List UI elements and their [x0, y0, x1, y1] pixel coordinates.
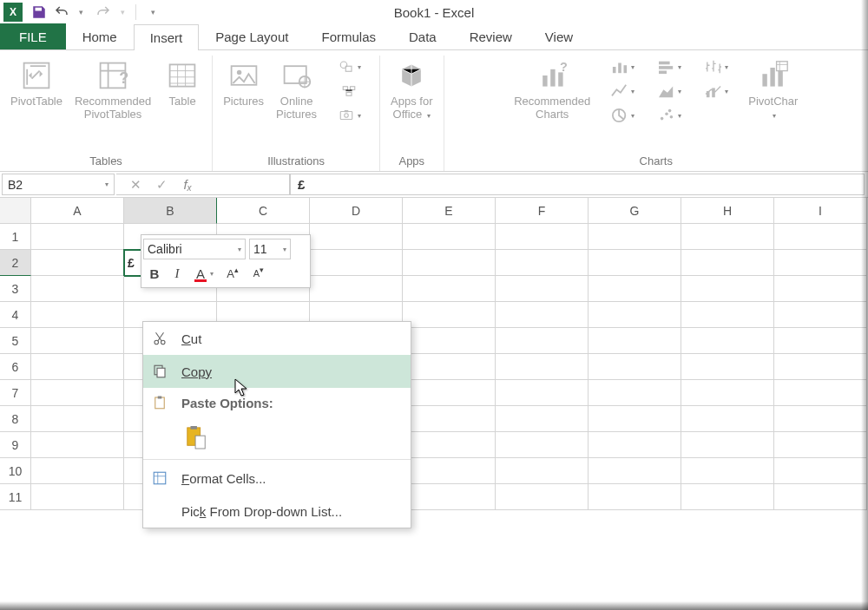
pivottable-button[interactable]: PivotTable [7, 56, 66, 110]
cell-I5[interactable] [774, 328, 867, 354]
redo-dropdown[interactable]: ▾ [111, 1, 134, 23]
cell-I8[interactable] [774, 406, 867, 432]
cell-E9[interactable] [403, 432, 496, 458]
cell-E2[interactable] [403, 250, 496, 276]
mini-italic-button[interactable]: I [166, 262, 188, 285]
radar-chart-button[interactable] [693, 104, 740, 127]
col-header-B[interactable]: B [124, 198, 217, 224]
cell-G10[interactable] [589, 458, 681, 484]
cell-H9[interactable] [681, 432, 774, 458]
tab-review[interactable]: Review [453, 23, 529, 49]
cell-H2[interactable] [681, 250, 774, 276]
cell-F2[interactable] [496, 250, 589, 276]
cell-A5[interactable] [31, 328, 124, 354]
cell-A2[interactable] [31, 250, 124, 276]
cell-E10[interactable] [403, 458, 496, 484]
cell-F7[interactable] [496, 380, 589, 406]
cell-G7[interactable] [589, 380, 681, 406]
cell-G2[interactable] [589, 250, 681, 276]
cell-H3[interactable] [681, 276, 774, 302]
cell-I2[interactable] [774, 250, 867, 276]
cell-H10[interactable] [681, 458, 774, 484]
cell-A9[interactable] [31, 432, 124, 458]
spreadsheet-grid[interactable]: A B C D E F G H I 1 2 £ 3 4 5 6 7 8 9 10… [0, 198, 868, 510]
cell-E1[interactable] [403, 224, 496, 250]
cell-G1[interactable] [589, 224, 681, 250]
cell-A8[interactable] [31, 406, 124, 432]
col-header-E[interactable]: E [403, 198, 496, 224]
cell-F11[interactable] [496, 484, 589, 510]
cell-F1[interactable] [496, 224, 589, 250]
col-header-H[interactable]: H [681, 198, 774, 224]
context-copy[interactable]: Copy [143, 355, 411, 388]
cell-G6[interactable] [589, 354, 681, 380]
area-chart-button[interactable]: ▾ [646, 80, 693, 102]
combo-chart-button[interactable]: ▾ [693, 80, 740, 102]
enter-icon[interactable]: ✓ [149, 177, 174, 193]
cell-E3[interactable] [403, 276, 496, 302]
cell-F8[interactable] [496, 406, 589, 432]
row-header-7[interactable]: 7 [0, 380, 31, 406]
cell-H4[interactable] [681, 302, 774, 328]
recommended-pivottables-button[interactable]: ? RecommendedPivotTables [71, 56, 155, 123]
recommended-charts-button[interactable]: ? RecommendedCharts [510, 56, 594, 123]
cell-H1[interactable] [681, 224, 774, 250]
paste-button[interactable] [181, 422, 211, 453]
cell-I9[interactable] [774, 432, 867, 458]
cell-I11[interactable] [774, 484, 867, 510]
cell-I7[interactable] [774, 380, 867, 406]
cell-I6[interactable] [774, 354, 867, 380]
col-header-G[interactable]: G [589, 198, 681, 224]
cell-H5[interactable] [681, 328, 774, 354]
undo-dropdown[interactable]: ▾ [69, 1, 92, 23]
cell-E7[interactable] [403, 380, 496, 406]
col-header-C[interactable]: C [217, 198, 310, 224]
cell-E6[interactable] [403, 354, 496, 380]
name-box[interactable]: B2 ▾ [2, 174, 115, 195]
pictures-button[interactable]: Pictures [220, 56, 267, 110]
row-header-9[interactable]: 9 [0, 432, 31, 458]
mini-bold-button[interactable]: B [143, 262, 166, 285]
col-header-D[interactable]: D [310, 198, 403, 224]
context-cut[interactable]: Cut [143, 322, 411, 355]
cell-A6[interactable] [31, 354, 124, 380]
row-header-3[interactable]: 3 [0, 276, 31, 302]
tab-formulas[interactable]: Formulas [305, 23, 392, 49]
cell-G8[interactable] [589, 406, 681, 432]
cell-A7[interactable] [31, 380, 124, 406]
cell-F5[interactable] [496, 328, 589, 354]
col-header-A[interactable]: A [31, 198, 124, 224]
save-icon[interactable] [28, 1, 50, 23]
cell-G3[interactable] [589, 276, 681, 302]
cell-D2[interactable] [310, 250, 403, 276]
cell-F4[interactable] [496, 302, 589, 328]
apps-for-office-button[interactable]: Apps forOffice ▾ [387, 56, 436, 123]
cell-G4[interactable] [589, 302, 681, 328]
cell-G9[interactable] [589, 432, 681, 458]
cell-A11[interactable] [31, 484, 124, 510]
mini-font-color-button[interactable]: A▾ [188, 262, 220, 285]
row-header-10[interactable]: 10 [0, 458, 31, 484]
row-header-11[interactable]: 11 [0, 484, 31, 510]
cell-I1[interactable] [774, 224, 867, 250]
cell-G11[interactable] [589, 484, 681, 510]
tab-file[interactable]: FILE [0, 23, 66, 49]
cell-F3[interactable] [496, 276, 589, 302]
cell-H8[interactable] [681, 406, 774, 432]
row-header-5[interactable]: 5 [0, 328, 31, 354]
cell-F9[interactable] [496, 432, 589, 458]
tab-page-layout[interactable]: Page Layout [199, 23, 305, 49]
screenshot-button[interactable]: ▾ [326, 104, 372, 127]
cell-I3[interactable] [774, 276, 867, 302]
mini-size-select[interactable]: 11▾ [249, 239, 291, 259]
shapes-button[interactable]: ▾ [326, 56, 372, 78]
tab-insert[interactable]: Insert [134, 24, 200, 50]
cell-A10[interactable] [31, 458, 124, 484]
cell-D1[interactable] [310, 224, 403, 250]
cell-I4[interactable] [774, 302, 867, 328]
stock-chart-button[interactable]: ▾ [693, 56, 740, 78]
cell-F10[interactable] [496, 458, 589, 484]
cell-E11[interactable] [403, 484, 496, 510]
mini-grow-font-button[interactable]: A▴ [220, 262, 246, 285]
tab-data[interactable]: Data [392, 23, 453, 49]
